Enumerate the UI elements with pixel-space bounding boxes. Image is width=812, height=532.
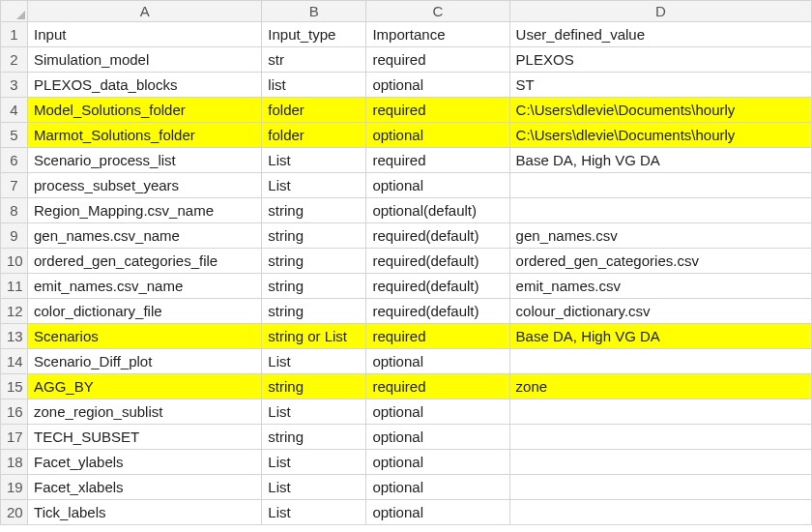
cell[interactable]: string	[262, 299, 366, 324]
cell[interactable]: required	[366, 324, 509, 349]
cell[interactable]	[509, 173, 811, 198]
cell[interactable]: required(default)	[366, 299, 509, 324]
row-header[interactable]: 4	[1, 98, 28, 123]
row-header[interactable]: 18	[1, 450, 28, 475]
cell[interactable]: gen_names.csv_name	[28, 223, 262, 249]
cell[interactable]: List	[262, 173, 366, 198]
cell[interactable]: string	[262, 274, 366, 299]
cell[interactable]: string	[262, 374, 366, 399]
cell[interactable]: List	[262, 148, 366, 173]
row-header[interactable]: 13	[1, 324, 28, 349]
cell[interactable]: TECH_SUBSET	[28, 425, 262, 450]
cell[interactable]: Scenario_process_list	[28, 148, 262, 173]
cell[interactable]: optional	[366, 425, 509, 450]
cell[interactable]	[509, 450, 811, 475]
select-all-corner[interactable]	[1, 1, 28, 22]
cell[interactable]: optional	[366, 500, 509, 525]
cell[interactable]: optional	[366, 173, 509, 198]
cell[interactable]: ordered_gen_categories_file	[28, 249, 262, 274]
cell[interactable]: string	[262, 249, 366, 274]
cell[interactable]: optional	[366, 475, 509, 500]
cell[interactable]	[509, 475, 811, 500]
cell[interactable]: zone_region_sublist	[28, 399, 262, 425]
col-header-D[interactable]: D	[509, 1, 811, 22]
row-header[interactable]: 5	[1, 123, 28, 148]
row-header[interactable]: 12	[1, 299, 28, 324]
cell[interactable]: required	[366, 374, 509, 399]
cell[interactable]: Scenario_Diff_plot	[28, 349, 262, 374]
row-header[interactable]: 20	[1, 500, 28, 525]
cell[interactable]: Model_Solutions_folder	[28, 98, 262, 123]
cell[interactable]: str	[262, 47, 366, 73]
cell[interactable]: Marmot_Solutions_folder	[28, 123, 262, 148]
cell[interactable]: User_defined_value	[509, 22, 811, 47]
cell[interactable]: process_subset_years	[28, 173, 262, 198]
spreadsheet[interactable]: A B C D 1InputInput_typeImportanceUser_d…	[0, 0, 812, 525]
row-header[interactable]: 6	[1, 148, 28, 173]
cell[interactable]: folder	[262, 123, 366, 148]
cell[interactable]: required	[366, 148, 509, 173]
cell[interactable]: required(default)	[366, 223, 509, 249]
cell[interactable]: optional	[366, 399, 509, 425]
col-header-A[interactable]: A	[28, 1, 262, 22]
cell[interactable]	[509, 349, 811, 374]
cell[interactable]: gen_names.csv	[509, 223, 811, 249]
cell[interactable]: ST	[509, 73, 811, 98]
col-header-B[interactable]: B	[262, 1, 366, 22]
cell[interactable]: List	[262, 500, 366, 525]
row-header[interactable]: 2	[1, 47, 28, 73]
cell[interactable]: List	[262, 399, 366, 425]
cell[interactable]: required	[366, 47, 509, 73]
cell[interactable]: Importance	[366, 22, 509, 47]
cell[interactable]: string or List	[262, 324, 366, 349]
cell[interactable]: PLEXOS	[509, 47, 811, 73]
row-header[interactable]: 11	[1, 274, 28, 299]
col-header-C[interactable]: C	[366, 1, 509, 22]
row-header[interactable]: 17	[1, 425, 28, 450]
cell[interactable]: Input	[28, 22, 262, 47]
cell[interactable]: emit_names.csv_name	[28, 274, 262, 299]
cell[interactable]: string	[262, 223, 366, 249]
cell[interactable]: Scenarios	[28, 324, 262, 349]
row-header[interactable]: 14	[1, 349, 28, 374]
row-header[interactable]: 9	[1, 223, 28, 249]
cell[interactable]: C:\Users\dlevie\Documents\hourly	[509, 123, 811, 148]
cell[interactable]: AGG_BY	[28, 374, 262, 399]
cell[interactable]: colour_dictionary.csv	[509, 299, 811, 324]
cell[interactable]	[509, 425, 811, 450]
row-header[interactable]: 3	[1, 73, 28, 98]
cell[interactable]: color_dictionary_file	[28, 299, 262, 324]
row-header[interactable]: 19	[1, 475, 28, 500]
row-header[interactable]: 8	[1, 198, 28, 223]
cell[interactable]: folder	[262, 98, 366, 123]
cell[interactable]: Facet_ylabels	[28, 450, 262, 475]
cell[interactable]: required(default)	[366, 274, 509, 299]
cell[interactable]: Base DA, High VG DA	[509, 324, 811, 349]
cell[interactable]: List	[262, 450, 366, 475]
row-header[interactable]: 10	[1, 249, 28, 274]
row-header[interactable]: 16	[1, 399, 28, 425]
row-header[interactable]: 7	[1, 173, 28, 198]
cell[interactable]: required	[366, 98, 509, 123]
cell[interactable]: optional(default)	[366, 198, 509, 223]
cell[interactable]: List	[262, 475, 366, 500]
cell[interactable]	[509, 198, 811, 223]
cell[interactable]: List	[262, 349, 366, 374]
cell[interactable]: optional	[366, 450, 509, 475]
cell[interactable]: required(default)	[366, 249, 509, 274]
cell[interactable]: list	[262, 73, 366, 98]
cell[interactable]: Simulation_model	[28, 47, 262, 73]
cell[interactable]: Tick_labels	[28, 500, 262, 525]
row-header[interactable]: 15	[1, 374, 28, 399]
cell[interactable]: optional	[366, 123, 509, 148]
cell[interactable]: C:\Users\dlevie\Documents\hourly	[509, 98, 811, 123]
cell[interactable]: emit_names.csv	[509, 274, 811, 299]
cell[interactable]: optional	[366, 73, 509, 98]
cell[interactable]	[509, 399, 811, 425]
cell[interactable]: optional	[366, 349, 509, 374]
cell[interactable]: Region_Mapping.csv_name	[28, 198, 262, 223]
cell[interactable]	[509, 500, 811, 525]
cell[interactable]: zone	[509, 374, 811, 399]
cell[interactable]: Input_type	[262, 22, 366, 47]
cell[interactable]: string	[262, 198, 366, 223]
